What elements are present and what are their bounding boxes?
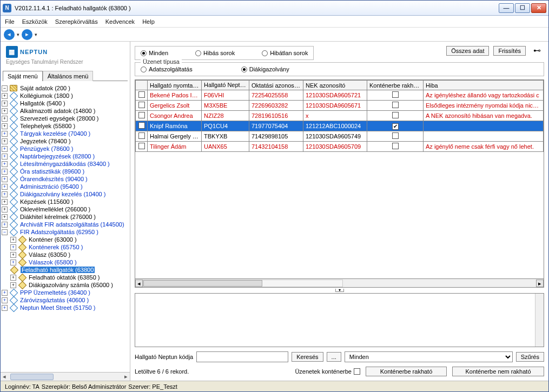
maximize-button[interactable]: ☐ xyxy=(515,3,530,13)
hscroll-left-icon[interactable]: ◂ xyxy=(135,280,143,287)
col-checkbox[interactable] xyxy=(136,81,148,90)
nav-fwd-drop-icon[interactable]: ▾ xyxy=(35,32,37,37)
refresh-button[interactable]: Frissítés xyxy=(493,46,526,56)
menu-tree[interactable]: −Saját adatok (200 )+Kollégiumok (1800 )… xyxy=(1,82,130,372)
expand-icon[interactable]: + xyxy=(10,282,16,288)
expand-icon[interactable]: + xyxy=(2,184,8,190)
expand-icon[interactable]: + xyxy=(2,199,8,205)
search-button[interactable]: Keresés xyxy=(292,352,323,362)
menu-tools[interactable]: Eszközök xyxy=(22,18,48,25)
tree-item[interactable]: +Telephelyek (55800 ) xyxy=(2,122,129,130)
hscroll-thumb[interactable] xyxy=(143,280,262,287)
table-row[interactable]: Bekené Pados IvettF06VHI7225402555812103… xyxy=(136,90,544,101)
expand-icon[interactable]: + xyxy=(2,222,8,228)
expand-icon[interactable]: + xyxy=(2,131,8,137)
minimize-button[interactable]: — xyxy=(499,3,514,13)
tree-item[interactable]: +Archivált FIR adatszolgáltatás (144500) xyxy=(2,221,129,228)
col-neptun[interactable]: Hallgató Nept... △ xyxy=(202,81,249,90)
data-grid[interactable]: Hallgató nyomtatá... Hallgató Nept... △ … xyxy=(135,79,544,288)
expand-icon[interactable]: + xyxy=(10,252,16,258)
table-row[interactable]: Gergelics ZsoltM3X5BE72269603282121030SD… xyxy=(136,101,544,111)
tree-item[interactable]: +PPP Üzemeltetés (36400 ) xyxy=(2,289,129,296)
expand-icon[interactable]: + xyxy=(2,101,8,107)
tree-item[interactable]: +Jegyzetek (78400 ) xyxy=(2,137,129,145)
tree-item[interactable]: +Válasz (63050 ) xyxy=(10,251,129,258)
radio-adatszolg[interactable]: Adatszolgáltatás xyxy=(141,66,193,72)
table-row[interactable]: Csongor AndreaNZIZ2872819610516xA NEK az… xyxy=(136,111,544,121)
tree-item[interactable]: +Képzések (115600 ) xyxy=(2,198,129,205)
expand-icon[interactable]: + xyxy=(10,237,16,243)
message-area[interactable] xyxy=(135,293,544,347)
tree-item[interactable]: +Neptun Meet Street (51750 ) xyxy=(2,304,129,311)
nav-forward-button[interactable]: ▸ xyxy=(22,29,32,40)
col-nyomtatasi[interactable]: Hallgató nyomtatá... xyxy=(148,81,202,90)
not-to-container-button[interactable]: Konténerbe nem rakható xyxy=(452,367,544,376)
left-hscrollbar[interactable]: ◂ ▸ xyxy=(1,372,130,381)
menu-role[interactable]: Szerepkörváltás xyxy=(55,18,98,25)
tree-item[interactable]: +Szervezeti egységek (28000 ) xyxy=(2,115,129,122)
col-kontenerbe[interactable]: Konténerbe rakható xyxy=(367,81,424,90)
expand-icon[interactable]: + xyxy=(2,191,8,197)
tree-item[interactable]: +Diákigazolvány kezelés (10400 ) xyxy=(2,190,129,198)
to-container-button[interactable]: Konténerbe rakható xyxy=(366,367,447,376)
row-checkbox[interactable] xyxy=(138,112,145,118)
scroll-right-icon[interactable]: ▸ xyxy=(122,373,130,380)
expand-icon[interactable]: + xyxy=(2,297,8,303)
messages-to-container[interactable]: Üzenetek konténerbe xyxy=(295,368,360,375)
cell-kontenerbe-checkbox[interactable] xyxy=(392,91,399,98)
menu-help[interactable]: Help xyxy=(142,18,155,25)
tree-item[interactable]: +Pénzügyek (78600 ) xyxy=(2,145,129,152)
cell-kontenerbe-checkbox[interactable] xyxy=(392,112,399,118)
neptun-code-input[interactable] xyxy=(196,351,288,362)
splitter[interactable]: ▾ xyxy=(130,288,548,293)
filter-button[interactable]: Szűrés xyxy=(516,352,544,362)
expand-icon[interactable]: + xyxy=(2,176,8,182)
browse-button[interactable]: ... xyxy=(327,352,341,362)
nav-back-drop-icon[interactable]: ▾ xyxy=(17,32,19,37)
col-hiba[interactable]: Hiba xyxy=(424,81,544,90)
tree-item[interactable]: +Alkalmazotti adatok (14800 ) xyxy=(2,107,129,115)
cell-kontenerbe-checkbox[interactable] xyxy=(392,143,399,149)
all-data-button[interactable]: Összes adat xyxy=(446,46,489,56)
tree-item[interactable]: Feladható hallgatók (63800 xyxy=(10,266,129,274)
tree-item[interactable]: +Tárgyak kezelése (70400 ) xyxy=(2,130,129,137)
tab-own-menu[interactable]: Saját menü xyxy=(3,71,43,81)
scroll-left-icon[interactable]: ◂ xyxy=(1,373,8,380)
row-checkbox[interactable] xyxy=(138,132,145,139)
expand-icon[interactable]: + xyxy=(10,244,16,250)
tree-item[interactable]: +Kollégiumok (1800 ) xyxy=(2,92,129,99)
expand-icon[interactable]: + xyxy=(2,214,8,220)
expand-icon[interactable]: + xyxy=(2,138,8,144)
expand-icon[interactable]: + xyxy=(2,108,8,114)
radio-diakigazolvany[interactable]: Diákigazolvány xyxy=(241,66,289,72)
expand-icon[interactable]: − xyxy=(2,85,8,91)
tree-item[interactable]: −Saját adatok (200 ) xyxy=(2,84,129,92)
tree-item[interactable]: +Órarendkészítés (90400 ) xyxy=(2,175,129,183)
tree-item[interactable]: +Óra statisztikák (89600 ) xyxy=(2,168,129,175)
expand-icon[interactable]: + xyxy=(2,161,8,167)
grid-hscrollbar[interactable]: ◂ ▸ xyxy=(135,278,544,287)
pin-icon[interactable]: ⊷ xyxy=(530,46,544,55)
hscroll-right-icon[interactable]: ▸ xyxy=(536,280,544,287)
row-checkbox[interactable] xyxy=(138,91,145,98)
filter-combo[interactable]: Minden xyxy=(345,351,513,362)
expand-icon[interactable]: + xyxy=(2,305,8,311)
tree-item[interactable]: +Válaszok (65800 ) xyxy=(10,258,129,266)
table-row[interactable]: Tilinger ÁdámUANX6571432104158121030SDA9… xyxy=(136,142,544,152)
splitter-grip-icon[interactable]: ▾ xyxy=(335,289,344,292)
expand-icon[interactable]: + xyxy=(10,260,16,265)
tree-item[interactable]: +Oklevélmelléklet (266000 ) xyxy=(2,205,129,213)
expand-icon[interactable]: + xyxy=(2,123,8,129)
expand-icon[interactable]: + xyxy=(2,207,8,212)
tab-general-menu[interactable]: Általános menü xyxy=(43,71,94,81)
expand-icon[interactable]: + xyxy=(10,275,16,281)
row-checkbox[interactable] xyxy=(138,122,145,129)
tree-item[interactable]: +Diákhitel kérelmek (276000 ) xyxy=(2,213,129,221)
close-button[interactable]: ✕ xyxy=(531,3,546,13)
radio-error-rows[interactable]: Hibás sorok xyxy=(195,50,235,56)
table-header-row[interactable]: Hallgató nyomtatá... Hallgató Nept... △ … xyxy=(136,81,544,90)
table-row[interactable]: Halmai Gergely GábTBKYXB7142989810512103… xyxy=(136,131,544,142)
messages-to-container-checkbox[interactable] xyxy=(354,368,360,375)
row-checkbox[interactable] xyxy=(138,102,145,108)
menu-file[interactable]: File xyxy=(5,18,15,25)
